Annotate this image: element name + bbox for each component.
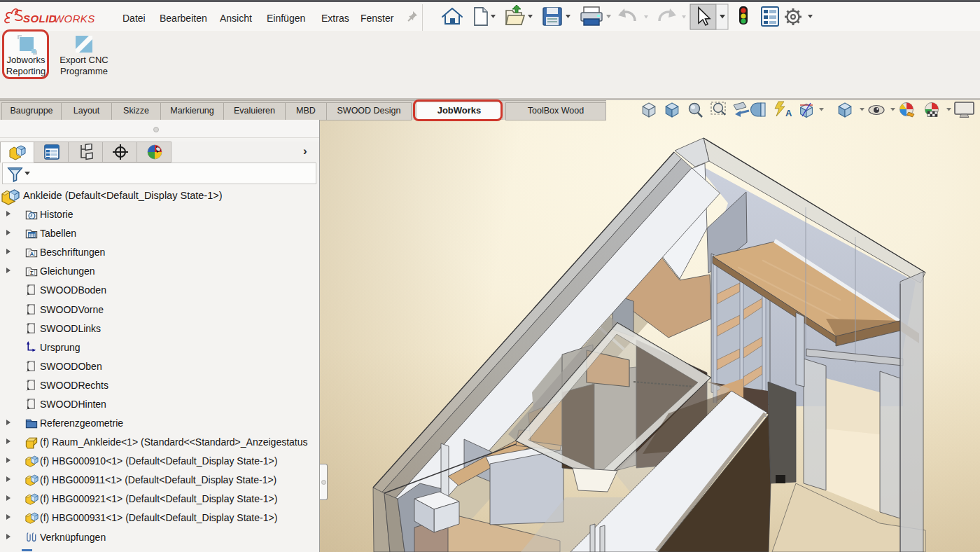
svg-text:A: A [785,108,792,118]
svg-text:SOLID: SOLID [23,13,57,25]
svg-text:WORKS: WORKS [54,13,95,25]
